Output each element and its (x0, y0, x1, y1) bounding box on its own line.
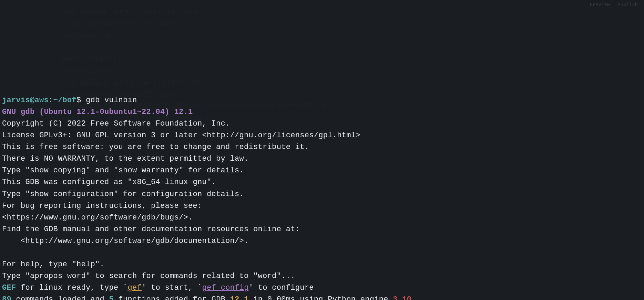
gef-config-link[interactable]: gef config (202, 283, 249, 292)
terminal-output[interactable]: jarvis@aws:~/bof$ gdb vulnbin GNU gdb (U… (2, 95, 642, 300)
prompt-sep: : (49, 96, 53, 105)
gdb-doc-url: <http://www.gnu.org/software/gdb/documen… (2, 237, 249, 245)
gdb-bug-report: For bug reporting instructions, please s… (2, 202, 202, 210)
gef-mid-1: commands loaded and (11, 295, 109, 300)
gdb-show-config: Type "show configuration" for configurat… (2, 190, 244, 199)
gef-command-count: 89 (2, 295, 11, 300)
gdb-bugs-url: <https://www.gnu.org/software/gdb/bugs/>… (2, 213, 193, 222)
gdb-version-line: GNU gdb (Ubuntu 12.1-0ubuntu1~22.04) 12.… (2, 108, 193, 116)
prompt-path: ~/bof (53, 96, 77, 105)
publish-button[interactable]: Publish (617, 1, 638, 9)
gdb-apropos: Type "apropos word" to search for comman… (2, 272, 295, 280)
gdb-help: For help, type "help". (2, 260, 104, 269)
gdb-no-warranty: There is NO WARRANTY, to the extent perm… (2, 154, 249, 163)
gef-ready-3: ' to configure (249, 283, 314, 292)
gef-mid-3: in 0.00ms using Python engine (249, 295, 393, 300)
prompt-command: gdb vulnbin (86, 96, 137, 105)
gdb-show-copying: Type "show copying" and "show warranty" … (2, 166, 244, 175)
gef-ready-1: for linux ready, type ` (16, 283, 128, 292)
prompt-user: jarvis@aws (2, 96, 49, 105)
gef-gdb-version: 12.1 (230, 295, 249, 300)
gef-command-link[interactable]: gef (128, 283, 142, 292)
gdb-copyright: Copyright (C) 2022 Free Software Foundat… (2, 119, 230, 128)
gef-label: GEF (2, 283, 16, 292)
gdb-configured: This GDB was configured as "x86_64-linux… (2, 178, 216, 186)
gef-ready-2: ' to start, ` (142, 283, 202, 292)
gdb-license: License GPLv3+: GNU GPL version 3 or lat… (2, 131, 360, 140)
gef-mid-2: functions added for GDB (114, 295, 230, 300)
gdb-free-software: This is free software: you are free to c… (2, 143, 309, 151)
gef-function-count: 5 (109, 295, 114, 300)
gdb-manual: Find the GDB manual and other documentat… (2, 225, 300, 234)
preview-button[interactable]: Preview (590, 1, 610, 9)
editor-overlay-buttons: Preview Publish (586, 0, 641, 10)
gef-python-version: 3.10 (393, 295, 411, 300)
prompt-dollar: $ (76, 96, 86, 105)
